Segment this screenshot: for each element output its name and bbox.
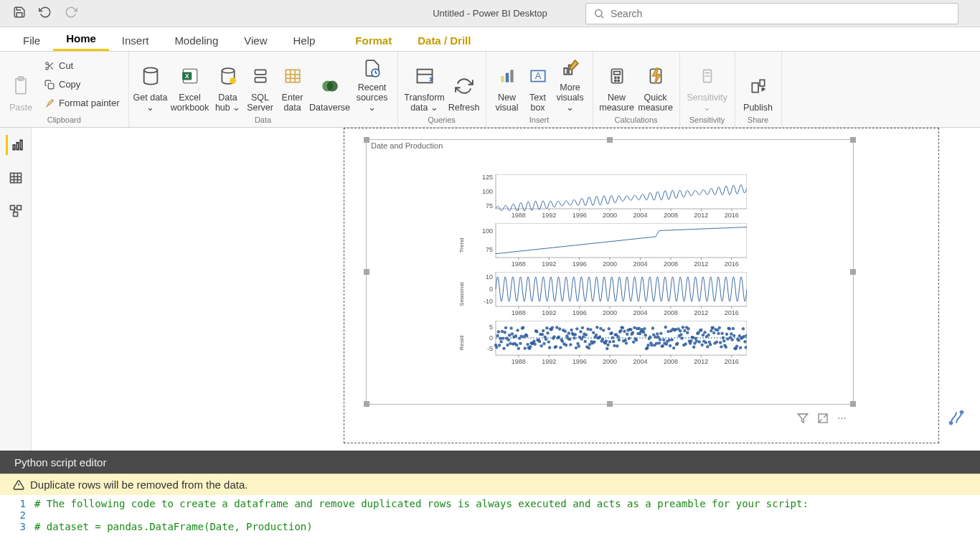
svg-text:1996: 1996 <box>573 212 587 219</box>
svg-point-408 <box>742 327 745 330</box>
cut-button[interactable]: Cut <box>40 57 124 75</box>
resize-handle[interactable] <box>364 401 369 407</box>
svg-point-187 <box>540 344 542 347</box>
focus-mode-icon[interactable] <box>817 413 829 418</box>
group-queries-label: Queries <box>398 114 486 127</box>
svg-line-7 <box>50 67 52 69</box>
svg-point-410 <box>743 340 746 343</box>
svg-point-144 <box>501 330 504 333</box>
recent-sources-button[interactable]: Recent sources ⌄ <box>352 56 393 113</box>
svg-point-303 <box>646 347 649 349</box>
new-measure-button[interactable]: New measure <box>598 56 636 113</box>
format-painter-button[interactable]: Format painter <box>40 95 124 112</box>
search-input[interactable] <box>585 3 958 24</box>
svg-point-360 <box>698 340 701 343</box>
svg-point-318 <box>659 331 662 334</box>
text-box-button[interactable]: A Text box <box>524 56 552 113</box>
report-page[interactable]: Date and Production 75100125198819921996… <box>344 128 939 443</box>
resize-handle[interactable] <box>607 137 613 143</box>
svg-point-179 <box>532 340 535 343</box>
svg-point-300 <box>643 327 646 330</box>
sql-server-button[interactable]: SQL Server <box>244 56 277 113</box>
svg-point-326 <box>666 330 669 333</box>
warning-bar: Duplicate rows will be removed from the … <box>0 474 980 495</box>
svg-point-152 <box>508 334 511 336</box>
paintbrush-icon <box>44 98 55 108</box>
svg-marker-414 <box>798 414 807 423</box>
paste-button[interactable]: Paste <box>4 56 37 113</box>
svg-point-154 <box>509 326 512 329</box>
more-visuals-button[interactable]: More visuals ⌄ <box>552 56 588 113</box>
model-view-button[interactable] <box>6 201 26 221</box>
undo-icon[interactable] <box>39 6 52 21</box>
svg-point-309 <box>651 326 654 329</box>
more-options-icon[interactable]: ⋯ <box>837 413 848 418</box>
copy-button[interactable]: Copy <box>40 76 124 93</box>
redo-icon[interactable] <box>65 6 77 21</box>
svg-rect-36 <box>613 72 620 75</box>
svg-point-366 <box>703 331 706 334</box>
tab-modeling[interactable]: Modeling <box>161 30 231 51</box>
resize-handle[interactable] <box>607 401 613 407</box>
svg-point-219 <box>569 343 572 346</box>
svg-point-267 <box>613 344 616 347</box>
new-visual-button[interactable]: New visual <box>491 56 524 113</box>
sensitivity-button[interactable]: Sensitivity⌄ <box>684 56 730 113</box>
svg-point-403 <box>737 339 740 342</box>
svg-text:2016: 2016 <box>725 260 739 268</box>
svg-text:1988: 1988 <box>512 309 526 316</box>
enter-data-button[interactable]: Enter data <box>277 56 308 113</box>
tab-home[interactable]: Home <box>53 28 109 51</box>
python-visual[interactable]: Date and Production 75100125198819921996… <box>366 139 854 405</box>
svg-text:1988: 1988 <box>512 358 526 365</box>
resize-handle[interactable] <box>850 269 856 275</box>
quick-measure-button[interactable]: Quick measure <box>636 56 675 113</box>
scissors-icon <box>44 61 55 71</box>
tab-view[interactable]: View <box>231 30 280 51</box>
resize-handle[interactable] <box>364 269 369 275</box>
svg-rect-45 <box>13 145 15 150</box>
transform-data-button[interactable]: Transform data ⌄ <box>402 56 447 113</box>
svg-point-141 <box>498 344 501 347</box>
excel-button[interactable]: X Excel workbook <box>168 56 212 113</box>
tab-insert[interactable]: Insert <box>109 30 162 51</box>
svg-point-165 <box>519 335 522 338</box>
svg-text:1992: 1992 <box>542 212 556 219</box>
svg-text:2000: 2000 <box>603 212 617 219</box>
svg-text:2004: 2004 <box>633 358 647 365</box>
resize-handle[interactable] <box>364 137 369 143</box>
tab-help[interactable]: Help <box>281 30 329 51</box>
get-data-button[interactable]: Get data ⌄ <box>133 56 168 113</box>
svg-point-351 <box>689 339 692 342</box>
svg-point-241 <box>589 328 592 331</box>
report-canvas[interactable]: Date and Production 75100125198819921996… <box>32 128 980 451</box>
svg-text:1988: 1988 <box>512 260 526 268</box>
svg-text:-5: -5 <box>487 345 493 352</box>
group-clipboard-label: Clipboard <box>0 114 128 127</box>
svg-text:5: 5 <box>489 324 493 331</box>
svg-point-395 <box>730 332 732 335</box>
script-editor-header[interactable]: Python script editor <box>0 451 980 474</box>
svg-point-10 <box>143 67 157 72</box>
tab-data-drill[interactable]: Data / Drill <box>405 30 484 51</box>
data-view-button[interactable] <box>6 168 26 188</box>
publish-button[interactable]: Publish <box>740 56 777 113</box>
report-view-button[interactable] <box>6 135 26 155</box>
resize-handle[interactable] <box>850 137 856 143</box>
svg-point-270 <box>616 344 618 347</box>
svg-point-354 <box>692 346 695 349</box>
refresh-button[interactable]: Refresh <box>447 56 481 113</box>
svg-point-336 <box>676 342 679 345</box>
svg-rect-47 <box>20 140 22 149</box>
svg-point-416 <box>950 422 953 425</box>
resize-handle[interactable] <box>850 401 856 407</box>
filter-icon[interactable] <box>797 413 809 418</box>
data-hub-button[interactable]: Data hub ⌄ <box>212 56 244 113</box>
svg-point-175 <box>529 345 532 348</box>
save-icon[interactable] <box>13 6 26 21</box>
tab-format[interactable]: Format <box>342 30 405 51</box>
code-editor[interactable]: 1# The following code to create a datafr… <box>0 495 980 540</box>
tab-file[interactable]: File <box>10 30 53 51</box>
dataverse-button[interactable]: Dataverse <box>308 56 352 113</box>
svg-point-153 <box>509 342 512 345</box>
